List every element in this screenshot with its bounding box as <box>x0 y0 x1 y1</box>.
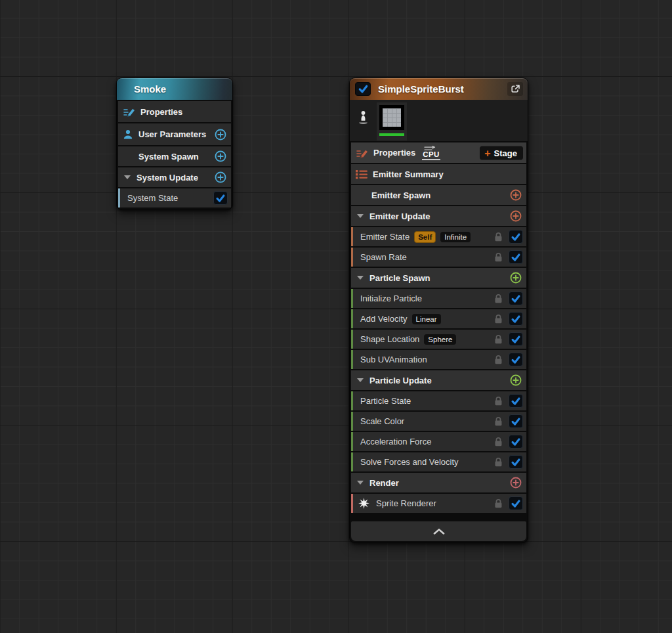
emitter-node-header[interactable]: SimpleSpriteBurst <box>350 78 528 100</box>
expander-triangle-icon[interactable] <box>357 276 364 280</box>
emitter-enabled-checkbox[interactable] <box>355 82 371 96</box>
row-sprite-renderer[interactable]: Sprite Renderer <box>351 494 526 513</box>
row-label: Emitter Summary <box>373 169 444 179</box>
row-label: Particle Spawn <box>369 273 430 283</box>
row-label: Emitter Spawn <box>371 190 430 200</box>
lock-icon[interactable] <box>494 396 503 406</box>
local-space-pawn-icon[interactable] <box>358 110 369 135</box>
lock-icon[interactable] <box>494 334 503 344</box>
expander-triangle-icon[interactable] <box>357 214 364 218</box>
add-module-button[interactable] <box>510 189 522 201</box>
row-render[interactable]: Render <box>351 473 526 492</box>
emitter-row-properties[interactable]: Properties CPU + Stage <box>351 142 526 163</box>
add-stage-button[interactable]: + Stage <box>480 146 523 160</box>
lock-icon[interactable] <box>494 252 503 262</box>
lock-icon[interactable] <box>494 437 503 447</box>
add-module-button[interactable] <box>510 374 522 386</box>
emitter-preview-strip <box>350 100 528 141</box>
add-parameter-button[interactable] <box>215 129 226 141</box>
user-icon <box>123 129 133 139</box>
enabled-checkbox[interactable] <box>509 496 523 510</box>
lock-icon[interactable] <box>494 355 503 364</box>
add-module-button[interactable] <box>215 150 226 162</box>
row-label: Scale Color <box>351 416 404 426</box>
summary-list-icon <box>356 169 368 179</box>
lock-icon[interactable] <box>494 232 503 242</box>
row-emitter-summary[interactable]: Emitter Summary <box>351 164 526 184</box>
row-label: Emitter State <box>351 232 410 242</box>
row-sub-uvanimation[interactable]: Sub UVAnimation <box>351 350 526 369</box>
enabled-checkbox[interactable] <box>509 394 523 408</box>
chevron-up-icon <box>433 529 445 535</box>
enabled-checkbox[interactable] <box>509 332 523 346</box>
row-label: System Spawn <box>138 152 199 162</box>
add-module-button[interactable] <box>215 171 226 183</box>
row-emitter-state[interactable]: Emitter State Self Infinite <box>351 227 526 246</box>
row-add-velocity[interactable]: Add Velocity Linear <box>351 309 526 328</box>
lock-icon[interactable] <box>494 416 503 426</box>
row-label: Emitter Update <box>369 211 430 221</box>
expander-triangle-icon[interactable] <box>357 378 364 382</box>
enabled-checkbox[interactable] <box>509 292 523 305</box>
row-particle-update[interactable]: Particle Update <box>351 370 526 390</box>
add-module-button[interactable] <box>510 210 522 222</box>
enabled-checkbox[interactable] <box>509 353 523 366</box>
collapse-node-button[interactable] <box>351 521 526 541</box>
sprite-burst-icon <box>358 497 370 510</box>
thumbnail-green-underline <box>379 133 404 136</box>
enabled-checkbox[interactable] <box>509 455 523 469</box>
infinite-badge: Infinite <box>440 232 471 242</box>
enabled-checkbox[interactable] <box>213 191 228 205</box>
self-badge: Self <box>414 231 436 243</box>
renderer-thumbnail[interactable] <box>377 102 407 141</box>
row-label: Spawn Rate <box>351 252 407 262</box>
expander-triangle-icon[interactable] <box>124 175 131 179</box>
properties-pencil-icon <box>356 148 368 158</box>
lock-icon[interactable] <box>494 457 503 467</box>
row-acceleration-force[interactable]: Acceleration Force <box>351 432 526 451</box>
enabled-checkbox[interactable] <box>509 414 523 428</box>
row-label: Render <box>369 478 399 488</box>
enabled-checkbox[interactable] <box>509 230 523 244</box>
row-spawn-rate[interactable]: Spawn Rate <box>351 248 526 267</box>
row-label: User Parameters <box>138 129 206 139</box>
row-label: System Update <box>136 173 198 183</box>
row-label: System State <box>118 193 178 203</box>
smoke-row-properties[interactable]: Properties <box>118 101 231 122</box>
enabled-checkbox[interactable] <box>509 435 523 448</box>
system-node-smoke[interactable]: Smoke Properties <box>116 77 233 210</box>
open-emitter-icon[interactable] <box>507 82 523 96</box>
sprite-material-thumbnail <box>379 105 404 130</box>
row-emitter-spawn[interactable]: Emitter Spawn <box>351 185 526 205</box>
sim-target-cpu-icon[interactable]: CPU <box>422 146 440 160</box>
linear-badge: Linear <box>412 314 441 324</box>
smoke-row-system-update[interactable]: System Update <box>118 167 231 187</box>
expander-triangle-icon[interactable] <box>357 481 364 485</box>
lock-icon[interactable] <box>494 294 503 303</box>
row-particle-state[interactable]: Particle State <box>351 391 526 410</box>
row-label: Properties <box>373 148 415 158</box>
emitter-node-simplespriteburst[interactable]: SimpleSpriteBurst <box>349 77 528 543</box>
row-emitter-update[interactable]: Emitter Update <box>351 206 526 226</box>
row-label: Particle State <box>351 396 411 406</box>
row-solve-forces-and-velocity[interactable]: Solve Forces and Velocity <box>351 452 526 471</box>
add-module-button[interactable] <box>510 272 522 284</box>
smoke-row-system-spawn[interactable]: System Spawn <box>118 146 231 166</box>
row-label: Particle Update <box>369 376 432 385</box>
add-renderer-button[interactable] <box>510 477 522 489</box>
enabled-checkbox[interactable] <box>509 312 523 326</box>
row-initialize-particle[interactable]: Initialize Particle <box>351 289 526 308</box>
stage-button-label: Stage <box>494 148 517 158</box>
smoke-row-system-state[interactable]: System State <box>118 188 231 207</box>
row-scale-color[interactable]: Scale Color <box>351 412 526 431</box>
enabled-checkbox[interactable] <box>509 250 523 264</box>
row-label: Sub UVAnimation <box>351 355 427 364</box>
lock-icon[interactable] <box>494 314 503 324</box>
row-shape-location[interactable]: Shape Location Sphere <box>351 330 526 349</box>
graph-canvas[interactable]: Smoke Properties <box>0 0 672 633</box>
lock-icon[interactable] <box>494 498 503 508</box>
properties-pencil-icon <box>123 106 135 117</box>
row-particle-spawn[interactable]: Particle Spawn <box>351 268 526 288</box>
smoke-node-header[interactable]: Smoke <box>117 78 232 100</box>
smoke-row-user-parameters[interactable]: User Parameters <box>118 123 231 145</box>
